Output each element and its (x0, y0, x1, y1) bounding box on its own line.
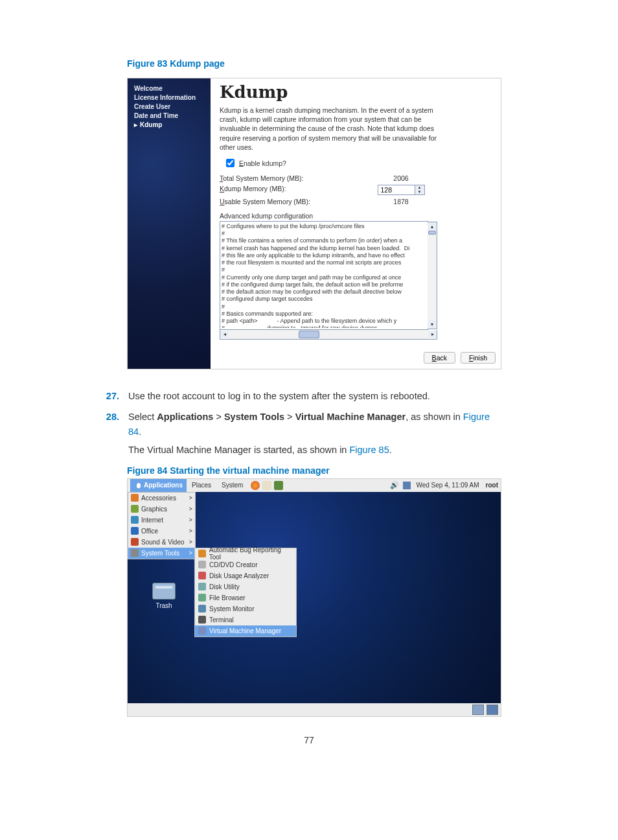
step-text: Select Applications > System Tools > Vir… (128, 410, 501, 457)
step-number: 27. (84, 389, 128, 403)
app-menu-item[interactable]: Internet> (128, 515, 195, 526)
app-icon (198, 583, 206, 590)
page-number: 77 (0, 735, 618, 745)
app-icon (198, 572, 206, 579)
app-icon (198, 594, 206, 601)
kdump-title: Kdump (220, 82, 492, 102)
submenu-item[interactable]: File Browser (195, 592, 296, 603)
trash-desktop-icon[interactable]: Trash (144, 583, 183, 609)
chevron-right-icon: > (189, 506, 192, 512)
vertical-scrollbar[interactable]: ▴ ▾ (428, 222, 437, 329)
volume-icon[interactable]: 🔊 (390, 481, 399, 489)
step-number: 28. (84, 410, 128, 457)
app-icon (198, 627, 206, 635)
chevron-right-icon: > (189, 550, 192, 556)
figure-83-caption: Figure 83 Kdump page (127, 58, 618, 69)
usable-memory-value: 1878 (375, 198, 427, 205)
submenu-item[interactable]: Terminal (195, 614, 296, 625)
figure-84-caption: Figure 84 Starting the virtual machine m… (127, 465, 618, 476)
sidebar-item[interactable]: Kdump (134, 121, 211, 128)
total-memory-value: 2006 (375, 174, 427, 182)
kdump-memory-label: Kdump Memory (MB): (220, 185, 375, 195)
submenu-item[interactable]: Disk Utility (195, 581, 296, 592)
figure-85-link[interactable]: Figure 85 (349, 445, 389, 455)
instruction-steps: 27. Use the root account to log in to th… (0, 389, 618, 458)
places-menu[interactable]: Places (187, 482, 216, 489)
figure-83-screenshot: WelcomeLicense InformationCreate UserDat… (127, 78, 501, 369)
figure-84-screenshot: Applications Places System 🔊 Wed Sep 4, … (127, 478, 501, 717)
sidebar-item[interactable]: Welcome (134, 85, 211, 92)
category-icon (131, 494, 139, 502)
clock[interactable]: Wed Sep 4, 11:09 AM (416, 482, 479, 489)
system-tools-submenu: Automatic Bug Reporting ToolCD/DVD Creat… (194, 548, 297, 637)
sidebar-item[interactable]: License Information (134, 94, 211, 101)
terminal-launcher-icon[interactable] (274, 481, 283, 490)
kdump-config-textarea[interactable] (220, 222, 428, 328)
category-icon (131, 505, 139, 513)
total-memory-label: Total System Memory (MB): (220, 174, 375, 182)
chevron-right-icon: > (189, 495, 192, 501)
applications-dropdown: Accessories>Graphics>Internet>Office>Sou… (128, 492, 196, 559)
finish-button[interactable]: Finish (461, 352, 496, 364)
kdump-description: Kdump is a kernel crash dumping mechanis… (220, 106, 453, 152)
foot-icon (134, 481, 143, 489)
spin-up-button[interactable]: ▲ (415, 185, 424, 190)
spin-down-button[interactable]: ▼ (415, 190, 424, 194)
system-menu[interactable]: System (216, 482, 248, 489)
firefox-icon[interactable] (251, 481, 260, 490)
chevron-right-icon: > (189, 528, 192, 534)
chevron-right-icon: > (189, 539, 192, 545)
usable-memory-label: Usable System Memory (MB): (220, 198, 375, 205)
user-menu[interactable]: root (486, 482, 498, 489)
submenu-item[interactable]: Virtual Machine Manager (195, 625, 296, 636)
chevron-right-icon: > (189, 517, 192, 523)
submenu-item[interactable]: CD/DVD Creator (195, 559, 296, 570)
workspace-2[interactable] (486, 705, 498, 715)
kdump-main-panel: Kdump Kdump is a kernel crash dumping me… (211, 78, 501, 369)
network-icon[interactable] (403, 482, 411, 489)
horizontal-scrollbar[interactable]: ◂▸ (220, 330, 437, 340)
category-icon (131, 516, 139, 524)
category-icon (131, 538, 139, 546)
bottom-taskbar (128, 703, 501, 716)
submenu-item[interactable]: Automatic Bug Reporting Tool (195, 548, 296, 559)
enable-kdump-checkbox[interactable] (226, 159, 235, 167)
category-icon (131, 527, 139, 535)
advanced-config-label: Advanced kdump configuration (220, 212, 492, 220)
sidebar-item[interactable]: Date and Time (134, 112, 211, 119)
applications-menu[interactable]: Applications (130, 479, 187, 492)
workspace-1[interactable] (472, 705, 484, 715)
sidebar-item[interactable]: Create User (134, 103, 211, 110)
kdump-memory-input[interactable] (378, 185, 415, 194)
category-icon (131, 549, 139, 557)
app-menu-item[interactable]: Accessories> (128, 493, 195, 504)
app-menu-item[interactable]: Graphics> (128, 504, 195, 515)
app-menu-item[interactable]: Sound & Video> (128, 537, 195, 548)
enable-kdump-label[interactable]: EEnable kdump?nable kdump? (239, 159, 286, 167)
app-icon (198, 605, 206, 612)
submenu-item[interactable]: Disk Usage Analyzer (195, 570, 296, 581)
back-button[interactable]: Back (424, 352, 455, 364)
gnome-menubar: Applications Places System 🔊 Wed Sep 4, … (128, 479, 501, 492)
kdump-sidebar: WelcomeLicense InformationCreate UserDat… (128, 78, 211, 369)
app-icon (198, 550, 206, 557)
app-icon (198, 561, 206, 568)
file-manager-icon[interactable] (262, 481, 271, 490)
submenu-item[interactable]: System Monitor (195, 603, 296, 614)
app-icon (198, 616, 206, 624)
step-text: Use the root account to log in to the sy… (128, 389, 501, 403)
app-menu-item[interactable]: Office> (128, 526, 195, 537)
app-menu-item[interactable]: System Tools> (128, 548, 195, 559)
